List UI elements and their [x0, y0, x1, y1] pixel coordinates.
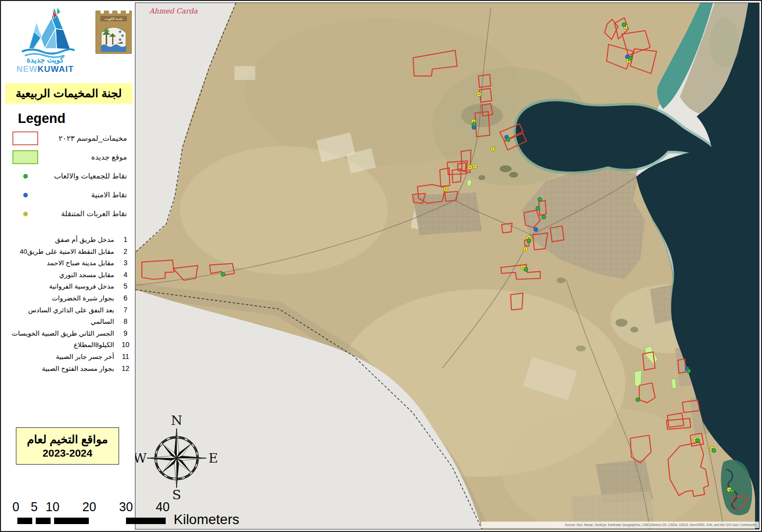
- location-item: بعد النفق على الدائري السادس7: [4, 304, 132, 316]
- location-label: بجوار شبرة الخضروات: [4, 293, 114, 304]
- marker-mobile-cart-center: [525, 248, 526, 249]
- year-box: مواقع التخيم لعام 2023-2024: [16, 427, 119, 465]
- legend-item-label: موقع جديده: [43, 153, 127, 162]
- marker-games: [696, 439, 699, 443]
- location-item: مقابل مدينة صباح الاحمد3: [4, 257, 132, 269]
- legend-swatch-rect-red: [12, 131, 38, 145]
- map-attribution: Source: Esri, Maxar, GeoEye, Earthstar G…: [481, 522, 759, 528]
- location-list: مدخل طريق أم صفق1مقابل النقطة الامنية عل…: [4, 234, 132, 374]
- location-item: مدخل فروسية الفروانية5: [4, 281, 132, 293]
- marker-mobile-cart-center: [445, 188, 446, 189]
- compass-rose-icon: N E S W: [135, 414, 220, 502]
- legend-item: مخيمات_لموسم ٢٠٢٣: [1, 129, 135, 148]
- marker-mobile-cart-center: [729, 489, 730, 490]
- marker-games: [538, 197, 542, 201]
- location-label: السالمي: [4, 316, 114, 328]
- marker-games: [622, 23, 626, 27]
- marker-games: [506, 138, 510, 142]
- new-kuwait-latin: NEWKUWAIT: [16, 64, 74, 74]
- marker-games: [472, 122, 476, 126]
- location-item: السالمي8: [4, 316, 132, 328]
- location-item: مدخل طريق أم صفق1: [4, 234, 132, 246]
- marker-mobile-cart-center: [492, 148, 493, 149]
- legend-swatch-dot-blue: [23, 193, 28, 197]
- location-item: مقابل النقطة الامنية على طريق402: [4, 246, 132, 258]
- marker-mobile-cart-center: [469, 167, 470, 168]
- author-signature: Ahmed Carda: [149, 7, 197, 15]
- legend-item-label: نقاط للجمعيات والالعاب: [43, 172, 127, 180]
- location-item: بجوار مسجد الفتوح الصبية12: [4, 363, 132, 375]
- legend-swatch-dot-green: [23, 174, 28, 178]
- legend-item-label: نقاط العربات المتنقلة: [43, 209, 127, 218]
- location-number: 4: [114, 269, 132, 281]
- bubiyan-texture: [709, 18, 739, 67]
- location-number: 7: [114, 304, 132, 316]
- location-number: 12: [114, 363, 132, 375]
- location-label: الجسر الثاني طريق الصبية الخويسات: [4, 328, 114, 340]
- new-kuwait-logo: كويت جديدة NEWKUWAIT: [8, 4, 82, 77]
- location-number: 1: [114, 234, 132, 246]
- legend-swatch-rect-green: [12, 150, 38, 164]
- marker-mobile-cart-center: [528, 237, 529, 238]
- location-label: مدخل طريق أم صفق: [4, 234, 114, 246]
- marker-games: [524, 267, 528, 271]
- marker-mobile-cart-center: [473, 121, 474, 122]
- compass-south-label: S: [172, 487, 181, 502]
- logos-row: كويت جديدة NEWKUWAIT بلدية الكويت: [8, 4, 133, 78]
- marker-mobile-cart-center: [474, 166, 475, 167]
- location-item: بجوار شبرة الخضروات6: [4, 293, 132, 304]
- marker-security: [534, 228, 538, 232]
- legend-item: موقع جديده: [1, 148, 135, 167]
- marker-games: [629, 56, 633, 60]
- marker-games: [687, 369, 691, 373]
- legend-heading: Legend: [18, 111, 65, 126]
- map-document-page: كويت جديدة NEWKUWAIT بلدية الكويت: [0, 0, 762, 532]
- municipality-name: بلدية الكويت: [105, 17, 123, 21]
- marker-games: [536, 206, 540, 210]
- marker-mobile-cart-center: [522, 267, 523, 268]
- location-label: مقابل مسجد النوري: [4, 269, 114, 281]
- location-label: مدخل فروسية الفروانية: [4, 281, 114, 293]
- location-item: مقابل مسجد النوري4: [4, 269, 132, 281]
- legend-items: مخيمات_لموسم ٢٠٢٣موقع جديدهنقاط للجمعيات…: [1, 129, 135, 223]
- legend-swatch-dot-yellow: [23, 212, 28, 216]
- legend-item-label: نقاط الامنية: [43, 190, 127, 199]
- location-label: بعد النفق على الدائري السادس: [4, 304, 114, 316]
- location-number: 11: [114, 351, 132, 363]
- page-title: لجنة المخيمات الربيعية: [5, 83, 132, 104]
- location-number: 2: [114, 246, 132, 258]
- location-item: الكيلو8المطلاع10: [4, 339, 132, 351]
- marker-mobile-cart-center: [478, 94, 479, 95]
- new-site-polygon: [671, 378, 676, 389]
- legend-item: نقاط الامنية: [1, 185, 135, 204]
- new-kuwait-arabic: كويت جديدة: [26, 56, 64, 64]
- location-item: الجسر الثاني طريق الصبية الخويسات9: [4, 328, 132, 340]
- location-number: 9: [114, 328, 132, 340]
- marker-games: [542, 215, 546, 219]
- location-item: أخر جسر جابر الصبية11: [4, 351, 132, 363]
- marker-mobile-cart-center: [628, 60, 629, 61]
- marker-games: [221, 272, 225, 276]
- location-label: بجوار مسجد الفتوح الصبية: [4, 363, 114, 375]
- marker-games: [527, 239, 531, 243]
- location-number: 6: [114, 293, 132, 304]
- location-number: 5: [114, 281, 132, 293]
- sailboat-icon: [22, 7, 74, 58]
- location-number: 8: [114, 316, 132, 328]
- location-label: مقابل مدينة صباح الاحمد: [4, 257, 114, 269]
- year-box-title: مواقع التخيم لعام: [17, 433, 118, 446]
- location-label: مقابل النقطة الامنية على طريق40: [4, 246, 114, 258]
- location-number: 10: [114, 339, 132, 351]
- marker-games: [712, 449, 716, 453]
- compass-east-label: E: [208, 450, 218, 466]
- marker-games: [730, 489, 734, 493]
- location-label: أخر جسر جابر الصبية: [4, 351, 114, 363]
- location-number: 3: [114, 257, 132, 269]
- year-box-years: 2023-2024: [17, 447, 118, 459]
- kuwait-municipality-logo: بلدية الكويت: [94, 4, 133, 55]
- legend-item: نقاط العربات المتنقلة: [1, 204, 135, 223]
- compass-north-label: N: [171, 414, 182, 428]
- compass-west-label: W: [135, 450, 147, 466]
- legend-item-label: مخيمات_لموسم ٢٠٢٣: [43, 134, 127, 143]
- legend-item: نقاط للجمعيات والالعاب: [1, 167, 135, 185]
